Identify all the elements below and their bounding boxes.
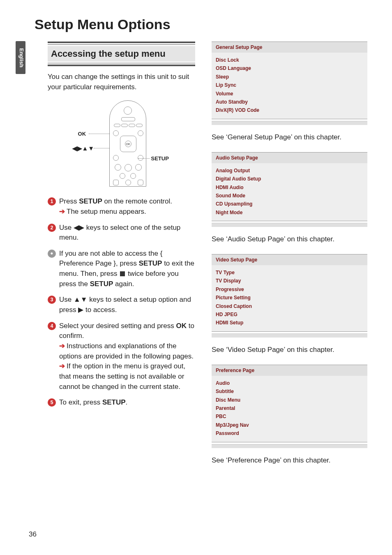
remote-control-diagram: OK OK ◀▶▲▼ SETUP xyxy=(72,100,171,187)
arrow-icon: ➔ xyxy=(59,362,65,370)
remote-rew-icon xyxy=(120,173,125,179)
rule xyxy=(48,63,195,63)
step-number-badge: 4 xyxy=(48,322,56,330)
menu-footer-bar xyxy=(212,223,367,227)
menu-item: Disc Menu xyxy=(216,396,363,404)
step-list: 1 Press SETUP on the remote control. ➔Th… xyxy=(48,197,195,408)
step-sub-text: If the option in the menu is grayed out,… xyxy=(59,362,185,390)
remote-return-icon xyxy=(113,155,119,161)
step-text: . xyxy=(126,398,128,406)
menu-item: Picture Setting xyxy=(216,294,363,302)
menu-item: Progressive xyxy=(216,285,363,294)
step-sub-text: Instructions and explanations of the opt… xyxy=(59,342,194,360)
step-text-bold: SETUP xyxy=(102,398,126,406)
step-1: 1 Press SETUP on the remote control. ➔Th… xyxy=(48,197,195,217)
diagram-label-setup: SETUP xyxy=(151,155,169,162)
menu-item: Volume xyxy=(216,90,363,98)
menu-footer-bar xyxy=(212,121,367,125)
diagram-label-ok: OK xyxy=(78,131,86,137)
step-sub-text: The setup menu appears. xyxy=(67,208,146,215)
rule xyxy=(48,42,195,43)
step-text: Use ◀▶ keys to select one of the setup m… xyxy=(59,224,180,242)
step-2: 2 Use ◀▶ keys to select one of the setup… xyxy=(48,223,195,243)
leader-line xyxy=(94,148,109,148)
menu-item: Mp3/Jpeg Nav xyxy=(216,421,363,429)
remote-small-btn xyxy=(129,124,135,127)
menu-item: HDMI Audio xyxy=(216,183,363,192)
step-4: 4 Select your desired setting and press … xyxy=(48,321,195,392)
step-sub: ➔The setup menu appears. xyxy=(59,207,195,217)
remote-ok-button: OK xyxy=(125,141,131,147)
menu-item: Digital Audio Setup xyxy=(216,175,363,183)
remote-small-btn xyxy=(121,124,128,127)
section-heading: Accessing the setup menu xyxy=(48,46,195,62)
remote-mute-icon xyxy=(125,180,131,185)
menu-item: HDMI Setup xyxy=(216,319,363,327)
menu-footer-bar xyxy=(212,444,367,448)
remote-disc-menu-icon xyxy=(113,130,119,136)
step-text-bold: SETUP xyxy=(79,197,102,205)
menu-screenshot: General Setup Page Disc Lock OSD Languag… xyxy=(212,42,367,119)
menu-item: CD Upsampling xyxy=(216,200,363,208)
step-number-badge: 3 xyxy=(48,296,56,304)
menu-item: DivX(R) VOD Code xyxy=(216,106,363,114)
menu-block-general: General Setup Page Disc Lock OSD Languag… xyxy=(212,42,367,141)
menu-item: OSD Language xyxy=(216,64,363,72)
remote-small-btn xyxy=(114,124,120,127)
menu-item: Sound Mode xyxy=(216,192,363,200)
menu-item: Closed Caption xyxy=(216,302,363,310)
leader-line xyxy=(138,158,150,159)
remote-outline: OK xyxy=(109,100,146,187)
menu-item: Audio xyxy=(216,379,363,387)
remote-display-icon xyxy=(138,130,143,136)
left-column: Accessing the setup menu You can change … xyxy=(48,42,195,475)
step-text-bold: SETUP xyxy=(90,280,113,288)
menu-item: TV Type xyxy=(216,268,363,277)
menu-block-preference: Preference Page Audio Subtitle Disc Menu… xyxy=(212,365,367,465)
menu-screenshot: Video Setup Page TV Type TV Display Prog… xyxy=(212,254,367,332)
step-number-badge: 1 xyxy=(48,197,56,206)
see-reference: See ‘General Setup Page’ on this chapter… xyxy=(212,133,367,141)
step-3: 3 Use ▲▼ keys to select a setup option a… xyxy=(48,295,195,315)
menu-item: Disc Lock xyxy=(216,56,363,64)
menu-item: Lip Sync xyxy=(216,81,363,89)
step-5: 5 To exit, press SETUP. xyxy=(48,398,195,408)
menu-footer-bar xyxy=(212,333,367,338)
menu-title: General Setup Page xyxy=(212,42,367,53)
language-tab: English xyxy=(16,41,25,74)
see-reference: See ‘Preference Page’ on this chapter. xyxy=(212,456,367,465)
step-text: Press xyxy=(59,197,79,205)
remote-ch-icon xyxy=(138,180,143,185)
intro-paragraph: You can change the settings in this unit… xyxy=(48,72,195,92)
right-column: General Setup Page Disc Lock OSD Languag… xyxy=(212,42,367,475)
bullet-badge: • xyxy=(48,250,56,258)
rule xyxy=(48,44,195,45)
menu-item: Parental xyxy=(216,404,363,412)
page-title: Setup Menu Options xyxy=(35,16,367,32)
step-text: again. xyxy=(113,280,134,288)
step-text: Use ▲▼ keys to select a setup option and… xyxy=(59,296,191,314)
menu-item: TV Display xyxy=(216,277,363,285)
menu-body: TV Type TV Display Progressive Picture S… xyxy=(212,265,367,331)
menu-item: Sleep xyxy=(216,73,363,81)
remote-eject-icon xyxy=(121,117,135,121)
step-sub: ➔If the option in the menu is grayed out… xyxy=(59,361,195,392)
menu-screenshot: Preference Page Audio Subtitle Disc Menu… xyxy=(212,365,367,442)
menu-block-video: Video Setup Page TV Type TV Display Prog… xyxy=(212,254,367,354)
step-text: on the remote control. xyxy=(102,197,172,205)
menu-title: Preference Page xyxy=(212,365,367,376)
step-bullet: • If you are not able to access the { Pr… xyxy=(48,249,195,289)
page-number: 36 xyxy=(29,530,37,539)
remote-prev-icon xyxy=(115,164,121,171)
arrow-icon: ➔ xyxy=(59,342,65,350)
see-reference: See ‘Video Setup Page’ on this chapter. xyxy=(212,346,367,354)
menu-screenshot: Audio Setup Page Analog Output Digital A… xyxy=(212,152,367,221)
menu-item: HD JPEG xyxy=(216,310,363,319)
remote-play-pause-icon xyxy=(125,164,132,171)
menu-body: Audio Subtitle Disc Menu Parental PBC Mp… xyxy=(212,376,367,442)
menu-item: Analog Output xyxy=(216,166,363,175)
step-text-bold: SETUP xyxy=(139,259,162,267)
step-number-badge: 2 xyxy=(48,224,56,232)
menu-item: Password xyxy=(216,429,363,437)
step-text: To exit, press xyxy=(59,398,102,406)
